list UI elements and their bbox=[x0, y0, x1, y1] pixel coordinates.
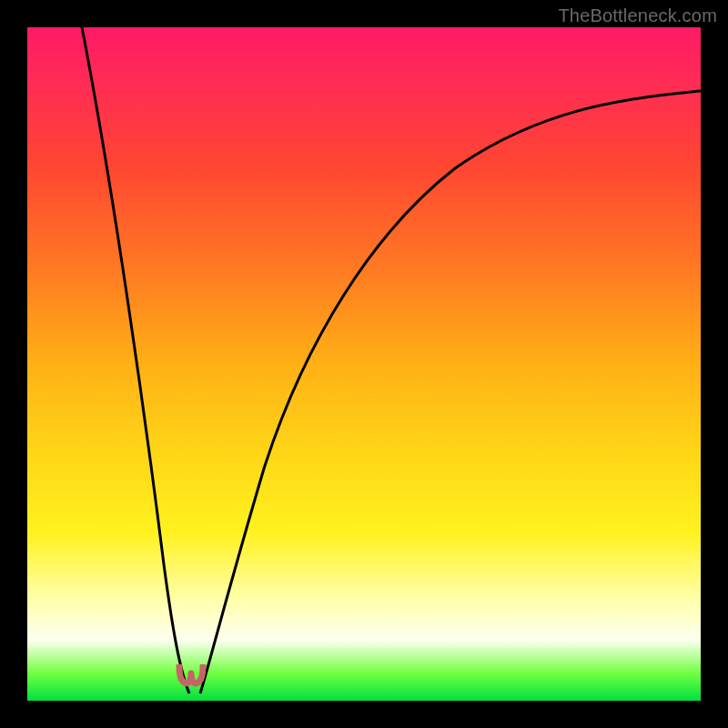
outer-black-frame: TheBottleneck.com bbox=[0, 0, 728, 728]
curve-right-branch bbox=[200, 91, 701, 693]
watermark-text: TheBottleneck.com bbox=[558, 5, 717, 26]
curve-left-branch bbox=[82, 27, 189, 693]
bottleneck-curve bbox=[27, 27, 701, 701]
